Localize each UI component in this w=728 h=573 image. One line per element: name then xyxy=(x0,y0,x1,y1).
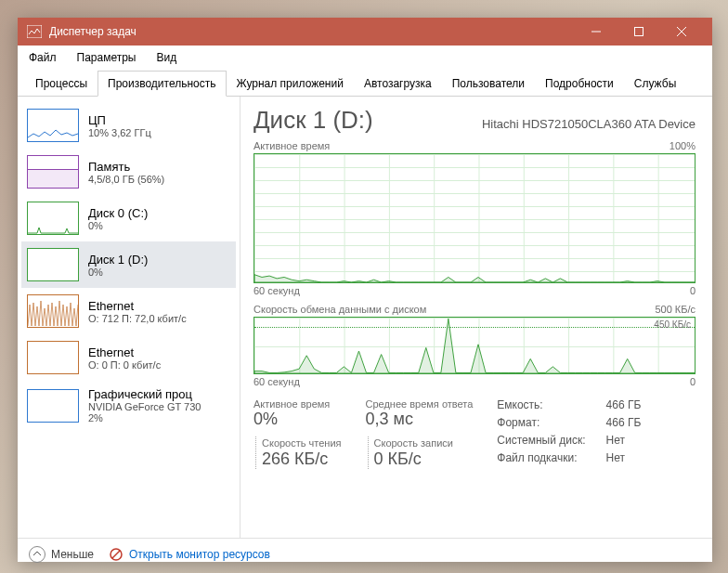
chart1-max: 100% xyxy=(670,140,696,151)
tabbar: Процессы Производительность Журнал прило… xyxy=(18,69,712,97)
stats-area: Активное время 0% Скорость чтения 266 КБ… xyxy=(254,398,696,469)
chart2-label: Скорость обмена данными с диском xyxy=(254,304,426,315)
menubar: Файл Параметры Вид xyxy=(18,46,712,69)
tab-app-history[interactable]: Журнал приложений xyxy=(227,71,354,96)
eth2-label: Ethernet xyxy=(88,345,161,359)
chart2-max: 500 КБ/с xyxy=(655,304,696,315)
performance-sidebar: ЦП10% 3,62 ГГц Память4,5/8,0 ГБ (56%) Ди… xyxy=(18,97,240,538)
disk1-label: Диск 1 (D:) xyxy=(88,253,148,267)
chevron-up-icon xyxy=(29,546,46,563)
read-speed-label: Скорость чтения xyxy=(262,437,342,449)
system-disk-label: Системный диск: xyxy=(497,434,585,451)
eth2-value: О: 0 П: 0 кбит/с xyxy=(88,359,161,371)
capacity-label: Емкость: xyxy=(497,398,585,416)
resmon-icon xyxy=(109,547,124,562)
gpu-thumb xyxy=(27,389,79,423)
active-time-chart xyxy=(254,153,696,283)
system-disk-value: Нет xyxy=(606,434,642,451)
page-title: Диск 1 (D:) xyxy=(254,106,373,135)
write-speed-label: Скорость записи xyxy=(374,437,453,449)
sidebar-item-gpu[interactable]: Графический процNVIDIA GeForce GT 7302% xyxy=(21,381,236,430)
tab-startup[interactable]: Автозагрузка xyxy=(354,71,442,96)
minimize-button[interactable] xyxy=(575,18,618,46)
main-panel: Диск 1 (D:) Hitachi HDS721050CLA360 ATA … xyxy=(240,97,712,538)
eth1-value: О: 712 П: 72,0 кбит/с xyxy=(88,313,187,324)
memory-thumb xyxy=(27,155,79,189)
disk0-value: 0% xyxy=(88,220,148,231)
capacity-value: 466 ГБ xyxy=(606,398,642,416)
chart1-label: Активное время xyxy=(254,140,330,151)
axis2-right: 0 xyxy=(690,376,696,387)
read-speed-value: 266 КБ/с xyxy=(262,449,342,469)
svg-line-6 xyxy=(112,551,120,558)
disk1-value: 0% xyxy=(88,267,148,278)
tab-details[interactable]: Подробности xyxy=(535,71,624,96)
sidebar-item-disk0[interactable]: Диск 0 (C:)0% xyxy=(21,195,236,241)
fewer-details-label: Меньше xyxy=(51,548,94,561)
cpu-thumb xyxy=(27,109,79,142)
axis1-right: 0 xyxy=(690,285,696,296)
gpu-label: Графический проц xyxy=(88,387,201,401)
axis2-left: 60 секунд xyxy=(254,376,300,387)
avg-response-value: 0,3 мс xyxy=(366,410,474,429)
memory-label: Память xyxy=(88,160,164,174)
tab-performance[interactable]: Производительность xyxy=(98,71,226,97)
eth1-thumb xyxy=(27,294,79,328)
cpu-label: ЦП xyxy=(88,113,151,127)
sidebar-item-ethernet1[interactable]: EthernetО: 712 П: 72,0 кбит/с xyxy=(21,288,236,334)
gpu-value: 2% xyxy=(88,412,201,423)
menu-file[interactable]: Файл xyxy=(25,48,60,67)
transfer-rate-chart: 450 КБ/с xyxy=(254,317,696,374)
window-controls xyxy=(575,18,703,46)
sidebar-item-disk1[interactable]: Диск 1 (D:)0% xyxy=(21,241,236,288)
pagefile-value: Нет xyxy=(606,451,642,469)
eth1-label: Ethernet xyxy=(88,299,187,313)
tab-services[interactable]: Службы xyxy=(624,71,686,96)
disk1-thumb xyxy=(27,248,79,281)
sidebar-item-cpu[interactable]: ЦП10% 3,62 ГГц xyxy=(21,102,236,149)
maximize-button[interactable] xyxy=(618,18,660,46)
tab-users[interactable]: Пользователи xyxy=(442,71,535,96)
titlebar: Диспетчер задач xyxy=(18,18,712,46)
menu-view[interactable]: Вид xyxy=(152,48,180,67)
active-time-label: Активное время xyxy=(254,398,342,410)
active-time-value: 0% xyxy=(254,410,342,429)
content-area: ЦП10% 3,62 ГГц Память4,5/8,0 ГБ (56%) Ди… xyxy=(18,97,712,538)
axis1-left: 60 секунд xyxy=(254,285,300,296)
open-resmon-link[interactable]: Открыть монитор ресурсов xyxy=(109,547,270,562)
memory-value: 4,5/8,0 ГБ (56%) xyxy=(88,174,164,185)
fewer-details-button[interactable]: Меньше xyxy=(29,546,94,563)
svg-rect-2 xyxy=(635,28,644,36)
tab-processes[interactable]: Процессы xyxy=(25,71,98,96)
formatted-label: Формат: xyxy=(497,416,585,434)
formatted-value: 466 ГБ xyxy=(606,416,642,434)
footer: Меньше Открыть монитор ресурсов xyxy=(18,538,712,569)
disk0-label: Диск 0 (C:) xyxy=(88,206,148,220)
avg-response-label: Среднее время ответа xyxy=(366,398,474,410)
sidebar-item-memory[interactable]: Память4,5/8,0 ГБ (56%) xyxy=(21,149,236,195)
write-speed-value: 0 КБ/с xyxy=(374,449,474,469)
disk-properties: Емкость: Формат: Системный диск: Файл по… xyxy=(497,398,641,469)
pagefile-label: Файл подкачки: xyxy=(497,451,585,469)
sidebar-item-ethernet2[interactable]: EthernetО: 0 П: 0 кбит/с xyxy=(21,334,236,381)
disk0-thumb xyxy=(27,202,79,235)
window-title: Диспетчер задач xyxy=(49,25,575,38)
device-name: Hitachi HDS721050CLA360 ATA Device xyxy=(482,117,696,131)
open-resmon-label: Открыть монитор ресурсов xyxy=(129,548,270,561)
app-icon xyxy=(27,25,42,38)
task-manager-window: Диспетчер задач Файл Параметры Вид Проце… xyxy=(18,18,712,562)
menu-options[interactable]: Параметры xyxy=(73,48,140,67)
eth2-thumb xyxy=(27,341,79,374)
close-button[interactable] xyxy=(660,18,703,46)
cpu-value: 10% 3,62 ГГц xyxy=(88,127,151,138)
gpu-device: NVIDIA GeForce GT 730 xyxy=(88,401,201,412)
